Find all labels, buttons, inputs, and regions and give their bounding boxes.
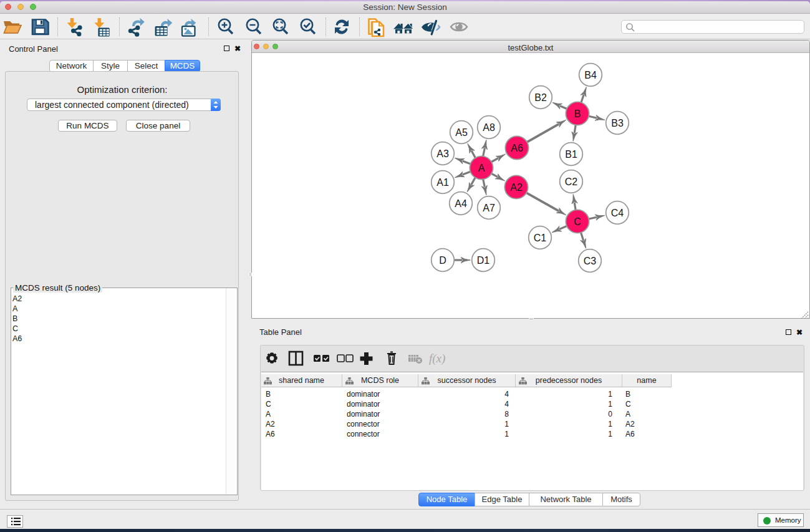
svg-text:B2: B2	[534, 92, 547, 103]
svg-text:C: C	[574, 216, 581, 227]
svg-text:C2: C2	[565, 177, 578, 187]
svg-text:f(x): f(x)	[429, 352, 445, 365]
svg-text:C3: C3	[584, 256, 597, 266]
svg-text:A5: A5	[455, 127, 468, 138]
svg-text:A1: A1	[436, 177, 449, 188]
svg-text:A8: A8	[483, 122, 495, 133]
svg-text:B1: B1	[565, 149, 577, 160]
svg-text:A: A	[478, 163, 485, 173]
svg-text:B: B	[574, 109, 581, 119]
svg-text:A3: A3	[436, 148, 449, 159]
svg-text:B4: B4	[584, 70, 597, 80]
svg-text:C1: C1	[534, 233, 547, 243]
svg-text:C4: C4	[611, 208, 624, 218]
svg-text:A7: A7	[483, 203, 495, 213]
svg-text:D: D	[439, 255, 446, 266]
svg-text:D1: D1	[477, 255, 490, 266]
svg-text:A6: A6	[511, 143, 523, 153]
svg-text:A2: A2	[510, 182, 523, 193]
svg-text:B3: B3	[611, 118, 624, 128]
svg-text:A4: A4	[455, 198, 467, 209]
